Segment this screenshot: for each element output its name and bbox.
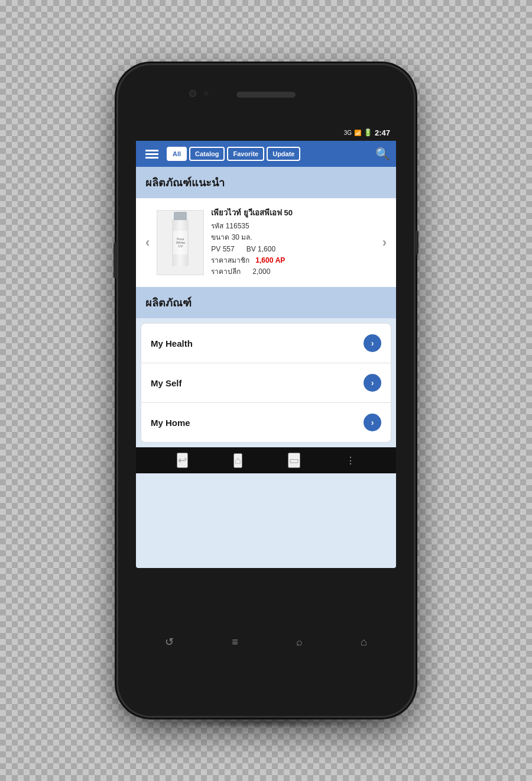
bottle-label: PureWhiteUV: [173, 231, 187, 254]
hw-back-button[interactable]: ↩: [177, 453, 188, 468]
tab-all[interactable]: All: [167, 147, 187, 161]
product-list: My Health › My Self › My Home ›: [141, 323, 391, 443]
hw-physical-search-button[interactable]: ⌕: [296, 636, 303, 648]
screen-hw-nav: ↩ ⌂ ▭ ⋮: [136, 447, 396, 473]
sensor: [204, 91, 209, 96]
phone-shadow: [148, 716, 384, 728]
member-price: 1,600 AP: [255, 256, 285, 264]
list-item-my-self[interactable]: My Self ›: [141, 363, 391, 403]
tab-catalog[interactable]: Catalog: [189, 147, 225, 161]
my-home-arrow-icon: ›: [364, 414, 381, 431]
bulk-price: 2,000: [252, 267, 270, 276]
product-info: เพียวไวท์ ยูวีเอสพีเอฟ 50 รหัส 116535 ขน…: [211, 208, 375, 277]
bottom-bezel: ↺ ≡ ⌕ ⌂: [118, 568, 414, 716]
search-icon: 🔍: [375, 147, 390, 160]
my-home-label: My Home: [151, 418, 190, 428]
hw-physical-menu-button[interactable]: ≡: [232, 636, 238, 648]
bulk-price-row: ราคาปลีก 2,000: [211, 266, 375, 277]
carousel-prev-button[interactable]: ‹: [145, 235, 150, 250]
screen: 3G 📶 🔋 2:47 All Catalog Favorite Update: [136, 124, 396, 568]
carousel-next-button[interactable]: ›: [382, 235, 387, 250]
hw-recents-button[interactable]: ▭: [288, 453, 300, 468]
clock: 2:47: [375, 128, 390, 137]
search-button[interactable]: 🔍: [374, 146, 391, 162]
signal-icon: 3G: [344, 130, 352, 136]
list-item-my-home[interactable]: My Home ›: [141, 403, 391, 442]
nav-tabs: All Catalog Favorite Update: [167, 147, 371, 161]
tab-update[interactable]: Update: [267, 147, 300, 161]
my-health-label: My Health: [151, 338, 193, 348]
member-price-row: ราคาสมาชิก 1,600 AP: [211, 255, 375, 266]
hamburger-line-2: [145, 153, 158, 155]
member-price-label: ราคาสมาชิก: [211, 256, 249, 264]
power-button[interactable]: [415, 231, 419, 254]
products-section-header: ผลิตภัณฑ์: [136, 287, 396, 318]
my-self-label: My Self: [151, 378, 182, 388]
top-bezel: [118, 65, 414, 124]
list-item-my-health[interactable]: My Health ›: [141, 324, 391, 363]
product-name: เพียวไวท์ ยูวีเอสพีเอฟ 50: [211, 208, 375, 218]
bulk-price-label: ราคาปลีก: [211, 267, 241, 276]
nav-bar: All Catalog Favorite Update 🔍: [136, 141, 396, 167]
front-camera: [189, 90, 196, 97]
hw-home-button[interactable]: ⌂: [233, 453, 242, 468]
bottle-cap: [174, 212, 187, 220]
product-code: รหัส 116535: [211, 221, 375, 232]
bottle-shape: PureWhiteUV: [172, 219, 189, 266]
hamburger-line-1: [145, 150, 158, 151]
tab-favorite[interactable]: Favorite: [227, 147, 264, 161]
hw-menu-dots: ⋮: [346, 455, 355, 466]
network-bars-icon: 📶: [354, 130, 361, 136]
product-bv: BV 1,600: [246, 245, 275, 253]
featured-section-header: ผลิตภัณฑ์แนะนำ: [136, 167, 396, 198]
status-bar: 3G 📶 🔋 2:47: [136, 124, 396, 141]
app-content: All Catalog Favorite Update 🔍 ผลิตภัณฑ์แ…: [136, 141, 396, 568]
my-health-arrow-icon: ›: [364, 334, 381, 352]
product-pv: PV 557: [211, 245, 234, 253]
speaker: [236, 92, 296, 98]
hamburger-button[interactable]: [141, 147, 163, 161]
my-self-arrow-icon: ›: [364, 374, 381, 392]
product-size: ขนาด 30 มล.: [211, 232, 375, 243]
product-image: PureWhiteUV: [157, 210, 204, 275]
phone-device: 3G 📶 🔋 2:47 All Catalog Favorite Update: [118, 65, 414, 716]
volume-button[interactable]: [113, 243, 117, 278]
battery-icon: 🔋: [364, 128, 372, 137]
product-pv-bv: PV 557 BV 1,600: [211, 244, 375, 255]
hamburger-line-3: [145, 157, 158, 159]
featured-product: ‹ PureWhiteUV เพียวไวท์ ยูวีเอสพีเอฟ 50 …: [136, 198, 396, 287]
hw-physical-home-button[interactable]: ⌂: [361, 636, 367, 648]
hw-physical-back-button[interactable]: ↺: [165, 635, 174, 648]
